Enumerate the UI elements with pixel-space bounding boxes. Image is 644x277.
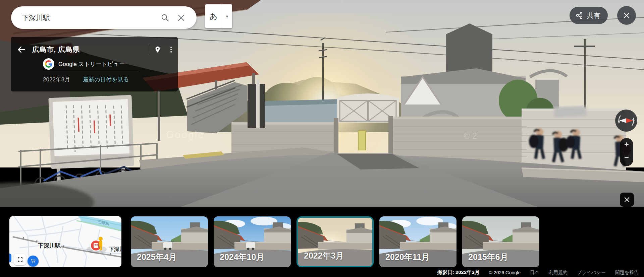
thumbnail-date-label: 2025年4月 — [137, 252, 177, 263]
search-input[interactable] — [21, 13, 157, 22]
close-icon — [177, 14, 185, 22]
search-button[interactable] — [157, 10, 173, 26]
shopping-cart-icon — [30, 258, 36, 264]
mini-map[interactable]: 下深川 下深川駅 三篠川 — [9, 216, 121, 267]
google-logo-icon — [43, 58, 54, 70]
footer-links: 日本利用規約プライバシー問題を報告 — [530, 270, 639, 276]
shopping-cart-button[interactable] — [28, 256, 39, 267]
share-icon — [576, 12, 583, 19]
copyright-watermark: © 2 — [464, 131, 477, 140]
compass-control[interactable] — [615, 110, 637, 132]
timeline-strip: 下深川 下深川駅 三篠川 — [0, 207, 644, 277]
street-view-panorama[interactable]: Google © 2 — [0, 0, 644, 207]
fullscreen-icon — [17, 257, 23, 263]
back-arrow-icon — [17, 45, 26, 54]
thumbnail-date-label: 2015年6月 — [468, 252, 508, 263]
footer-link[interactable]: 利用規約 — [549, 270, 568, 276]
divider — [148, 44, 148, 55]
footer-link[interactable]: プライバシー — [577, 270, 606, 276]
timeline-thumbnail[interactable]: 2025年4月 — [131, 216, 208, 267]
timeline-thumbnail[interactable]: 2020年11月 — [379, 216, 457, 267]
chevron-down-icon[interactable]: ▼ — [222, 4, 232, 28]
thumbnail-date-label: 2020年11月 — [385, 252, 430, 263]
footer-capture-date: 撮影日: 2022年3月 — [437, 269, 480, 276]
footer-link[interactable]: 問題を報告 — [615, 270, 639, 276]
timeline-thumbnail[interactable]: 2015年6月 — [462, 216, 539, 267]
close-timeline-button[interactable] — [620, 193, 634, 207]
back-button[interactable] — [11, 43, 32, 56]
close-street-view-button[interactable] — [617, 6, 636, 25]
ime-indicator[interactable]: あ ▼ — [205, 4, 232, 28]
clear-search-button[interactable] — [173, 10, 189, 26]
timeline-thumbnails: 2025年4月 2024年10月 2022年3月 — [131, 216, 539, 267]
google-watermark: Google — [166, 129, 205, 140]
share-label: 共有 — [587, 11, 600, 20]
ime-mode-label: あ — [205, 4, 222, 28]
footer-link[interactable]: 日本 — [530, 270, 539, 276]
close-icon — [624, 196, 630, 203]
place-title: 広島市, 広島県 — [32, 45, 148, 54]
overflow-menu-button[interactable] — [164, 43, 178, 56]
three-dots-icon — [167, 46, 175, 53]
zoom-control: + − — [620, 138, 633, 166]
location-card: 広島市, 広島県 — [11, 37, 178, 91]
timeline-thumbnail-selected[interactable]: 2022年3月 — [297, 216, 374, 267]
panorama-scene: Google © 2 — [0, 0, 644, 207]
show-on-map-button[interactable] — [151, 43, 164, 56]
zoom-out-button[interactable]: − — [620, 151, 633, 164]
footer-bar: 撮影日: 2022年3月 © 2026 Google 日本利用規約プライバシー問… — [437, 269, 639, 276]
zoom-in-button[interactable]: + — [620, 138, 633, 151]
expand-map-button[interactable] — [14, 254, 26, 265]
capture-date-label: 2022年3月 — [43, 76, 70, 83]
attribution-row: Google ストリートビュー — [43, 58, 125, 70]
see-latest-date-link[interactable]: 最新の日付を見る — [83, 76, 129, 83]
close-icon — [623, 11, 631, 19]
footer-copyright: © 2026 Google — [489, 270, 521, 275]
station-label: 下深川駅 — [38, 243, 61, 249]
share-button[interactable]: 共有 — [570, 7, 608, 24]
map-pin-icon — [154, 46, 161, 53]
location-card-header: 広島市, 広島県 — [11, 43, 178, 56]
date-row: 2022年3月 最新の日付を見る — [43, 76, 129, 83]
search-box — [11, 6, 197, 29]
thumbnail-date-label: 2024年10月 — [220, 252, 264, 263]
thumbnail-date-label: 2022年3月 — [304, 250, 344, 261]
divider — [43, 71, 139, 71]
street-view-app: Google © 2 あ ▼ 共有 — [0, 0, 644, 277]
search-icon — [161, 13, 169, 22]
station-label-partial: 下深川 — [108, 246, 121, 252]
source-label: Google ストリートビュー — [58, 60, 125, 68]
timeline-thumbnail[interactable]: 2024年10月 — [214, 216, 291, 267]
